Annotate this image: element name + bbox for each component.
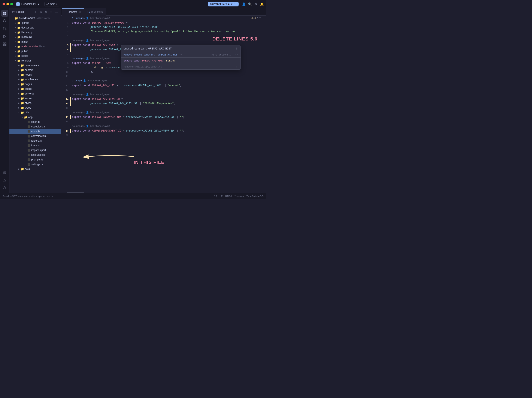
status-bar: FreedomGPT > renderer > utils > app > co… <box>0 193 266 199</box>
tree-label-services: services <box>25 92 34 95</box>
tree-item-localmodels[interactable]: ▶ 📁 localModels <box>9 77 61 82</box>
hover-popup-more-icon[interactable]: ⋮ <box>235 47 238 50</box>
tab-prompts-ts[interactable]: TS prompts.ts <box>84 8 106 16</box>
line-num-13: 13 <box>61 88 70 92</box>
tree-item-prompts[interactable]: ⬛ prompts.ts <box>9 157 61 162</box>
tree-item-macbuild[interactable]: ▶ 📁 macbuild <box>9 35 61 39</box>
scrollbar-thumb-h[interactable] <box>67 192 84 193</box>
tree-item-pages[interactable]: ▶ 📁 pages <box>9 82 61 87</box>
refresh-icon[interactable]: ↻ <box>44 10 48 14</box>
meta-line-1: 5+ usages 👤 bhattaraijay05 <box>70 16 266 21</box>
tree-item-public[interactable]: ▶ 📁 public <box>9 49 61 54</box>
tree-label-redist: redist <box>21 54 28 57</box>
warning-down-icon[interactable]: ∨ <box>259 17 261 19</box>
tree-item-docker[interactable]: ▶ 📁 docker-app <box>9 25 61 30</box>
hover-action-remove-link[interactable]: Remove unused constant 'OPENAI_API_HOS' <box>124 53 179 56</box>
tab-const-ts[interactable]: TS const.ts ✕ <box>62 8 84 16</box>
tree-item-components[interactable]: ▶ 📁 components <box>9 63 61 68</box>
tree-item-clean[interactable]: ⬛ clean.ts <box>9 120 61 124</box>
warning-up-icon[interactable]: ∧ <box>257 17 258 19</box>
horizontal-scrollbar[interactable] <box>61 191 266 193</box>
sidebar-header: Project + ⊕ ↻ ⊟ — <box>9 8 61 16</box>
minimize-button[interactable] <box>6 3 9 5</box>
app-title-chevron: ▾ <box>38 3 39 6</box>
tab-more-button[interactable]: ⋮ <box>259 10 265 13</box>
settings-icon[interactable]: ⚙ <box>254 2 257 6</box>
collapse-icon[interactable]: ⊟ <box>49 10 53 14</box>
status-language[interactable]: TypeScript 4.5.5 <box>247 195 264 197</box>
new-file-icon[interactable]: + <box>34 10 38 14</box>
tree-item-types[interactable]: ▶ 📁 types <box>9 105 61 110</box>
tree-item-codeblock[interactable]: ⬛ codeblock.ts <box>9 124 61 129</box>
tree-item-renderer[interactable]: ▾ 📁 renderer <box>9 58 61 63</box>
new-folder-icon[interactable]: ⊕ <box>39 10 43 14</box>
tree-item-app[interactable]: ▾ 📁 app <box>9 115 61 120</box>
tree-item-hooks[interactable]: ▶ 📁 hooks <box>9 72 61 77</box>
sidebar-tree: ▾ 📁 FreedomGPT ~/Webstorm ▶ 📁 .github ▶ … <box>9 16 61 193</box>
tree-label-node-modules: node_modules <box>21 45 38 48</box>
status-line-ending[interactable]: LF <box>220 195 222 197</box>
tree-item-localmodelsts[interactable]: ⬛ localModels.t <box>9 152 61 157</box>
breadcrumb[interactable]: FreedomGPT > renderer > utils > app > co… <box>3 195 53 197</box>
tree-label-folders: folders.ts <box>31 139 42 142</box>
tree-item-data[interactable]: ▶ 📁 data <box>9 167 61 171</box>
notifications-icon[interactable]: 🔔 <box>260 2 263 6</box>
status-encoding[interactable]: UTF-8 <box>225 195 232 197</box>
tree-item-utils[interactable]: ▾ 📁 utils <box>9 110 61 115</box>
tree-label-docker: docker-app <box>21 26 34 29</box>
tree-item-llama[interactable]: ▶ 📁 llama.cpp <box>9 30 61 35</box>
close-sidebar-icon[interactable]: — <box>54 10 58 14</box>
tree-item-importexport[interactable]: ⬛ importExport. <box>9 148 61 152</box>
tree-item-socket[interactable]: ▶ 📁 socket <box>9 96 61 101</box>
branch-selector[interactable]: main ▾ <box>44 2 59 6</box>
search-icon[interactable]: 🔍 <box>248 2 251 6</box>
more-icon: ⋮ <box>234 3 236 6</box>
warning-count: 4 <box>254 17 256 19</box>
tree-item-const[interactable]: ⬛ const.ts <box>9 129 61 134</box>
tree-item-node-modules[interactable]: ▶ 📁 node_modules librar <box>9 44 61 49</box>
git-icon[interactable] <box>1 25 8 32</box>
tree-item-redist[interactable]: ▶ 📁 redist <box>9 54 61 58</box>
tree-item-github[interactable]: ▶ 📁 .github <box>9 21 61 25</box>
hover-file-more-icon[interactable]: ⋮ <box>236 65 238 68</box>
debug-icon[interactable] <box>1 33 8 40</box>
tree-item-settings[interactable]: ⬛ settings.ts <box>9 162 61 167</box>
hover-action-more-link[interactable]: More actions... ⌥⏎ <box>212 53 238 56</box>
line-num-15: 15 <box>61 101 70 106</box>
tree-item-miner[interactable]: ▶ 📁 miner <box>9 39 61 44</box>
tree-item-fonts[interactable]: ⬛ fonts.ts <box>9 143 61 148</box>
bottom-panel-icon[interactable]: ⊡ <box>1 169 8 176</box>
meta-line-2: no usages 👤 bhattaraijay05 <box>70 38 266 43</box>
tree-item-context[interactable]: ▶ 📁 context <box>9 68 61 72</box>
tab-close-const[interactable]: ✕ <box>79 11 82 13</box>
account-icon[interactable] <box>1 184 8 191</box>
run-button[interactable]: Current File ▾ ▶ ↺ ⋮ <box>208 2 239 6</box>
hover-code-preview: export const OPENAI_API_HOST: string <box>121 58 241 64</box>
tree-item-public2[interactable]: ▶ 📁 public <box>9 87 61 91</box>
usages-5: no usages <box>72 92 85 97</box>
tree-item-services[interactable]: ▶ 📁 services <box>9 91 61 96</box>
hover-popup-header: Unused constant OPENAI_API_HOST ⋮ <box>121 45 241 52</box>
maximize-button[interactable] <box>10 3 13 5</box>
code-line-2: process.env.NEXT_PUBLIC_DEFAULT_SYSTEM_P… <box>70 25 266 29</box>
author-icon-4: 👤 <box>83 79 86 83</box>
line-num-20: 20 <box>61 133 70 137</box>
author-icon-3: 👤 <box>86 56 89 61</box>
app-name: FreedomGPT <box>21 3 37 6</box>
editor-lines[interactable]: 5+ usages 👤 bhattaraijay05 export const … <box>70 16 266 191</box>
explorer-icon[interactable] <box>1 10 8 17</box>
search-activity-icon[interactable] <box>1 18 8 25</box>
tree-item-styles[interactable]: ▶ 📁 styles <box>9 101 61 105</box>
tree-item-folders[interactable]: ⬛ folders.ts <box>9 138 61 143</box>
code-line-10: ); <box>70 69 266 74</box>
status-indent[interactable]: 2 spaces <box>234 195 244 197</box>
extensions-icon[interactable] <box>1 41 8 48</box>
meta-line-4: 1 usage 👤 bhattaraijay05 <box>70 78 266 83</box>
user-icon[interactable]: 👤 <box>242 2 246 6</box>
tree-label-localmodelsts: localModels.t <box>31 153 46 156</box>
status-position[interactable]: 1:1 <box>214 195 217 197</box>
tree-root[interactable]: ▾ 📁 FreedomGPT ~/Webstorm <box>9 16 61 21</box>
close-button[interactable] <box>3 3 5 5</box>
tree-item-conversation[interactable]: ⬛ conversation. <box>9 134 61 138</box>
notifications-activity-icon[interactable]: ⚠ <box>1 177 8 183</box>
